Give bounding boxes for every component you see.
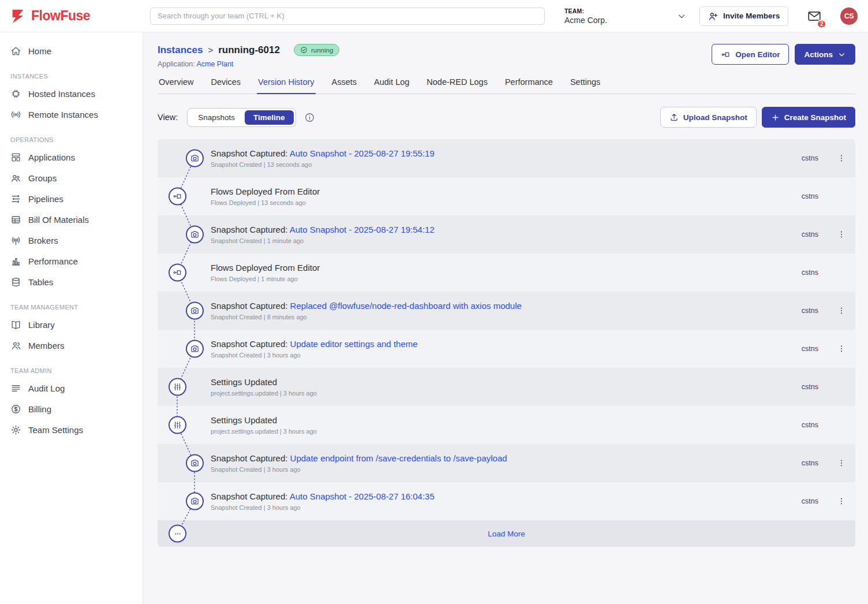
tab-overview[interactable]: Overview	[158, 77, 194, 94]
sidebar-item-label: Audit Log	[28, 383, 65, 393]
instance-tabs: Overview Devices Version History Assets …	[158, 77, 855, 94]
camera-icon	[186, 454, 204, 472]
sidebar-item-pipelines[interactable]: Pipelines	[0, 188, 143, 209]
tab-version-history[interactable]: Version History	[257, 77, 316, 94]
timeline-event-meta: Snapshot Created | 8 minutes ago	[211, 314, 802, 320]
snapshot-link[interactable]: Update endpoint from /save-credentials t…	[290, 453, 507, 463]
team-label: TEAM:	[564, 8, 676, 14]
kebab-menu-button[interactable]	[835, 493, 848, 509]
event-title-prefix: Snapshot Captured:	[211, 453, 290, 463]
user-group-icon	[10, 173, 21, 184]
tab-audit-log[interactable]: Audit Log	[373, 77, 410, 94]
event-user: cstns	[802, 230, 818, 238]
load-more-link[interactable]: Load More	[488, 530, 525, 538]
sidebar-item-label: Members	[28, 341, 65, 351]
sidebar-item-groups[interactable]: Groups	[0, 167, 143, 188]
timeline-event-meta: Snapshot Created | 1 minute ago	[211, 237, 802, 244]
event-user: cstns	[802, 383, 818, 391]
kebab-menu-button[interactable]	[835, 455, 848, 471]
sidebar-item-remote-instances[interactable]: Remote Instances	[0, 104, 143, 125]
snapshot-link[interactable]: Auto Snapshot - 2025-08-27 19:54:12	[290, 225, 435, 234]
kebab-menu-button[interactable]	[835, 150, 848, 166]
view-toggle-timeline[interactable]: Timeline	[245, 110, 294, 125]
tab-settings[interactable]: Settings	[569, 77, 601, 94]
sidebar-item-team-settings[interactable]: Team Settings	[0, 419, 143, 440]
brand-logo[interactable]: FlowFuse	[0, 8, 143, 25]
tab-performance[interactable]: Performance	[504, 77, 554, 94]
timeline-event-meta: Snapshot Created | 13 seconds ago	[211, 161, 802, 168]
notifications-button[interactable]: 2	[807, 9, 822, 24]
timeline-event-meta: project.settings.updated | 3 hours ago	[211, 428, 802, 435]
signal-icon	[10, 109, 21, 120]
info-icon[interactable]	[304, 112, 315, 123]
search-input[interactable]	[150, 8, 545, 25]
editor-icon	[721, 50, 731, 59]
sidebar-item-home[interactable]: Home	[0, 40, 143, 61]
upload-snapshot-button[interactable]: Upload Snapshot	[660, 107, 757, 128]
sidebar-section-instances: INSTANCES	[10, 73, 132, 80]
snapshot-link[interactable]: Update editor settings and theme	[290, 339, 418, 349]
kebab-menu-button[interactable]	[835, 341, 848, 357]
event-user: cstns	[802, 421, 818, 429]
camera-icon	[186, 226, 204, 244]
sidebar-item-hosted-instances[interactable]: Hosted Instances	[0, 83, 143, 104]
currency-dollar-icon	[10, 404, 21, 415]
timeline-event-meta: Snapshot Created | 3 hours ago	[211, 352, 802, 359]
kebab-menu-button[interactable]	[835, 303, 848, 319]
sidebar-item-label: Team Settings	[28, 425, 83, 435]
open-editor-button[interactable]: Open Editor	[712, 44, 789, 65]
sidebar-item-members[interactable]: Members	[0, 335, 143, 356]
breadcrumb-instances-link[interactable]: Instances	[158, 44, 203, 56]
sidebar: Home INSTANCES Hosted Instances Remote I…	[0, 32, 143, 604]
timeline-event-row: Flows Deployed From Editor Flows Deploye…	[158, 177, 855, 215]
team-selector[interactable]: TEAM: Acme Corp.	[564, 8, 687, 25]
actions-button[interactable]: Actions	[795, 44, 855, 65]
invite-members-button[interactable]: Invite Members	[699, 6, 788, 26]
create-snapshot-button[interactable]: Create Snapshot	[762, 107, 855, 128]
flowfuse-logo-icon	[9, 8, 27, 25]
sidebar-item-label: Library	[28, 320, 55, 330]
breadcrumb: Instances > running-6012 running	[158, 44, 339, 56]
timeline-event-meta: Flows Deployed | 1 minute ago	[211, 275, 802, 282]
ellipsis-icon	[169, 525, 186, 543]
sidebar-item-label: Bill Of Materials	[28, 215, 89, 225]
timeline-event-row: Snapshot Captured: Auto Snapshot - 2025-…	[158, 215, 855, 253]
sidebar-item-applications[interactable]: Applications	[0, 147, 143, 167]
breadcrumb-separator: >	[208, 45, 213, 55]
tab-node-red-logs[interactable]: Node-RED Logs	[425, 77, 489, 94]
sidebar-item-label: Hosted Instances	[28, 89, 95, 99]
deploy-icon	[169, 264, 186, 282]
event-user: cstns	[802, 269, 818, 277]
list-lines-icon	[10, 383, 21, 394]
actions-label: Actions	[804, 50, 833, 59]
view-toggle-snapshots[interactable]: Snapshots	[189, 110, 244, 125]
kebab-menu-button[interactable]	[835, 226, 848, 243]
application-line: Application: Acme Plant	[158, 60, 339, 68]
timeline-event-meta: Snapshot Created | 3 hours ago	[211, 504, 802, 511]
snapshot-link[interactable]: Auto Snapshot - 2025-08-27 16:04:35	[290, 491, 435, 501]
status-badge-label: running	[311, 47, 333, 54]
event-title-prefix: Snapshot Captured:	[211, 301, 290, 311]
sidebar-item-performance[interactable]: Performance	[0, 251, 143, 271]
sidebar-item-brokers[interactable]: Brokers	[0, 230, 143, 251]
team-name: Acme Corp.	[564, 16, 676, 25]
user-avatar[interactable]: CS	[840, 8, 858, 25]
timeline-event-row: Snapshot Captured: Replaced @flowfuse/no…	[158, 292, 855, 330]
main-content: Instances > running-6012 running Applica…	[143, 32, 868, 604]
sidebar-item-billing[interactable]: Billing	[0, 398, 143, 419]
sidebar-item-bill-of-materials[interactable]: Bill Of Materials	[0, 209, 143, 230]
sidebar-item-library[interactable]: Library	[0, 314, 143, 335]
invite-members-label: Invite Members	[723, 12, 780, 20]
timeline-event-title: Snapshot Captured: Auto Snapshot - 2025-…	[211, 148, 802, 158]
timeline-event-row: Snapshot Captured: Auto Snapshot - 2025-…	[158, 139, 855, 177]
tab-devices[interactable]: Devices	[209, 77, 242, 94]
upload-snapshot-label: Upload Snapshot	[683, 113, 747, 122]
application-link[interactable]: Acme Plant	[196, 60, 233, 68]
sidebar-item-audit-log[interactable]: Audit Log	[0, 378, 143, 398]
sidebar-item-tables[interactable]: Tables	[0, 271, 143, 292]
snapshot-link[interactable]: Replaced @flowfuse/node-red-dashboard wi…	[290, 301, 522, 311]
snapshot-link[interactable]: Auto Snapshot - 2025-08-27 19:55:19	[290, 148, 435, 158]
tab-assets[interactable]: Assets	[331, 77, 358, 94]
timeline-event-title: Snapshot Captured: Update editor setting…	[211, 339, 802, 349]
sidebar-item-label: Pipelines	[28, 194, 63, 204]
